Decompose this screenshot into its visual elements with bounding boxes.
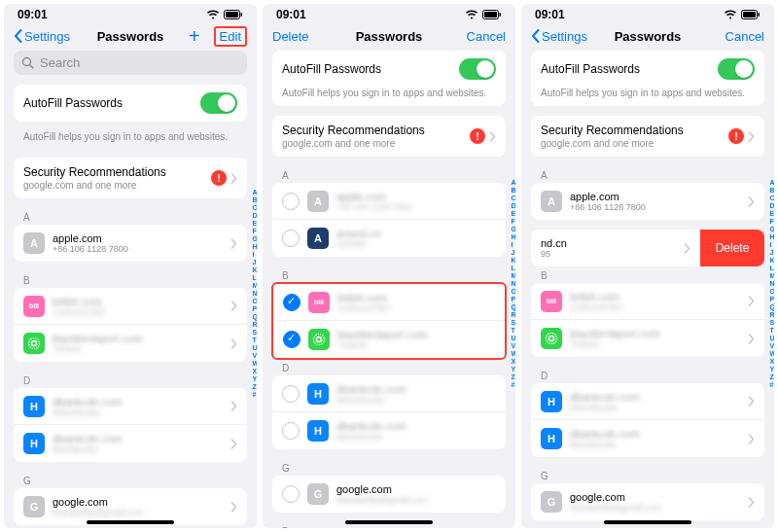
index-letter[interactable]: C	[511, 195, 515, 202]
index-letter[interactable]: P	[252, 305, 257, 313]
password-row[interactable]: H dbankcdn.com IBlackBooks	[14, 388, 247, 425]
index-strip[interactable]: ABCDEFGHIJKLMNOPQRSTUVWXYZ#	[252, 189, 257, 399]
index-letter[interactable]: N	[511, 280, 515, 288]
index-letter[interactable]: M	[511, 272, 515, 280]
index-letter[interactable]: E	[769, 210, 774, 218]
index-letter[interactable]: P	[769, 296, 774, 303]
index-letter[interactable]: O	[511, 288, 515, 296]
password-row[interactable]: G google.com iblackphilly@gmail.com	[272, 476, 506, 513]
index-letter[interactable]: E	[252, 220, 257, 228]
search-input[interactable]: Search	[14, 51, 247, 75]
index-letter[interactable]: Z	[511, 373, 515, 381]
nav-right-button[interactable]: Cancel	[725, 29, 764, 44]
select-radio[interactable]	[283, 294, 301, 311]
select-radio[interactable]	[282, 485, 300, 503]
index-letter[interactable]: W	[769, 350, 774, 358]
index-letter[interactable]: M	[769, 272, 774, 280]
index-letter[interactable]: J	[511, 249, 515, 257]
index-letter[interactable]: F	[252, 228, 257, 235]
back-button[interactable]: Settings	[14, 29, 70, 44]
back-button[interactable]: Settings	[531, 29, 587, 44]
index-letter[interactable]: O	[769, 288, 774, 296]
nav-right-button[interactable]: Cancel	[467, 29, 506, 44]
security-card[interactable]: Security Recommendations google.com and …	[531, 116, 764, 157]
index-letter[interactable]: K	[769, 257, 774, 265]
select-radio[interactable]	[282, 385, 300, 403]
index-letter[interactable]: #	[769, 381, 774, 389]
index-letter[interactable]: H	[511, 233, 515, 241]
index-letter[interactable]: X	[511, 358, 515, 366]
select-radio[interactable]	[282, 422, 300, 440]
index-letter[interactable]: A	[511, 179, 515, 187]
index-letter[interactable]: N	[769, 280, 774, 288]
password-row[interactable]: A apple.com +86 106 1128 7800	[531, 183, 764, 220]
index-letter[interactable]: Z	[252, 383, 257, 391]
password-row[interactable]: H dbankcdn.com BlackBooks	[531, 420, 764, 457]
security-card[interactable]: Security Recommendations google.com and …	[272, 116, 506, 157]
home-indicator[interactable]	[87, 520, 174, 524]
password-row[interactable]: H dbankcdn.com IBlackBooks	[272, 375, 506, 412]
index-letter[interactable]: B	[252, 196, 257, 204]
password-row[interactable]: blackbirdsport.com 783654	[531, 320, 764, 357]
index-letter[interactable]: W	[252, 360, 257, 368]
add-button[interactable]: +	[189, 25, 206, 48]
index-letter[interactable]: #	[511, 381, 515, 389]
index-letter[interactable]: #	[252, 391, 257, 399]
index-letter[interactable]: T	[511, 327, 515, 335]
index-letter[interactable]: L	[252, 274, 257, 282]
index-letter[interactable]: J	[769, 249, 774, 257]
index-letter[interactable]: P	[511, 296, 515, 303]
index-letter[interactable]: T	[252, 337, 257, 344]
index-letter[interactable]: V	[769, 342, 774, 350]
index-letter[interactable]: S	[252, 329, 257, 337]
index-letter[interactable]: E	[511, 210, 515, 218]
index-letter[interactable]: A	[769, 179, 774, 187]
password-row[interactable]: A apple.com +86 106 1128 7800	[272, 183, 506, 220]
index-letter[interactable]: A	[252, 189, 257, 196]
index-letter[interactable]: K	[511, 257, 515, 265]
index-letter[interactable]: L	[511, 265, 515, 272]
password-row[interactable]: H dbankcdn.com IBlackBooks	[531, 383, 764, 420]
index-letter[interactable]: W	[511, 350, 515, 358]
password-row[interactable]: bili bilibili.com 13081637867	[14, 288, 247, 325]
password-row[interactable]: H dbankcdn.com BlackBooks	[14, 425, 247, 462]
index-letter[interactable]: S	[769, 319, 774, 327]
delete-action[interactable]: Delete	[272, 29, 309, 44]
index-letter[interactable]: Q	[769, 303, 774, 311]
password-row[interactable]: H dbankcdn.com BlackBooks	[272, 412, 506, 449]
password-row[interactable]: bili bilibili.com 13081637867	[531, 283, 764, 320]
index-letter[interactable]: T	[769, 327, 774, 335]
index-letter[interactable]: Q	[511, 303, 515, 311]
index-strip[interactable]: ABCDEFGHIJKLMNOPQRSTUVWXYZ#	[511, 179, 515, 389]
index-letter[interactable]: I	[511, 241, 515, 249]
index-letter[interactable]: B	[769, 187, 774, 195]
index-letter[interactable]: I	[252, 251, 257, 259]
autofill-toggle[interactable]	[718, 58, 755, 80]
index-letter[interactable]: G	[511, 226, 515, 233]
password-row[interactable]: A artand.cn 025095	[272, 220, 506, 257]
select-radio[interactable]	[283, 331, 301, 348]
index-letter[interactable]: M	[252, 282, 257, 290]
index-letter[interactable]: C	[252, 204, 257, 212]
password-row[interactable]: blackbirdsport.com 783654	[14, 325, 247, 362]
index-letter[interactable]: B	[511, 187, 515, 195]
index-letter[interactable]: G	[252, 235, 257, 243]
index-letter[interactable]: V	[252, 352, 257, 360]
index-letter[interactable]: J	[252, 259, 257, 266]
index-letter[interactable]: U	[511, 335, 515, 342]
index-letter[interactable]: R	[252, 321, 257, 329]
autofill-toggle[interactable]	[459, 58, 496, 80]
edit-button[interactable]: Edit	[214, 26, 247, 47]
index-letter[interactable]: D	[511, 202, 515, 210]
password-row[interactable]: blackbirdsport.com 783654	[273, 321, 505, 358]
autofill-toggle[interactable]	[200, 92, 237, 114]
index-letter[interactable]: H	[769, 233, 774, 241]
index-letter[interactable]: Q	[252, 313, 257, 321]
index-letter[interactable]: F	[511, 218, 515, 226]
index-letter[interactable]: I	[769, 241, 774, 249]
delete-button[interactable]: Delete	[700, 230, 764, 266]
password-row[interactable]: A apple.com +86 106 1128 7800	[14, 225, 247, 262]
index-letter[interactable]: V	[511, 342, 515, 350]
security-card[interactable]: Security Recommendations google.com and …	[14, 158, 247, 198]
index-letter[interactable]: Y	[511, 366, 515, 373]
